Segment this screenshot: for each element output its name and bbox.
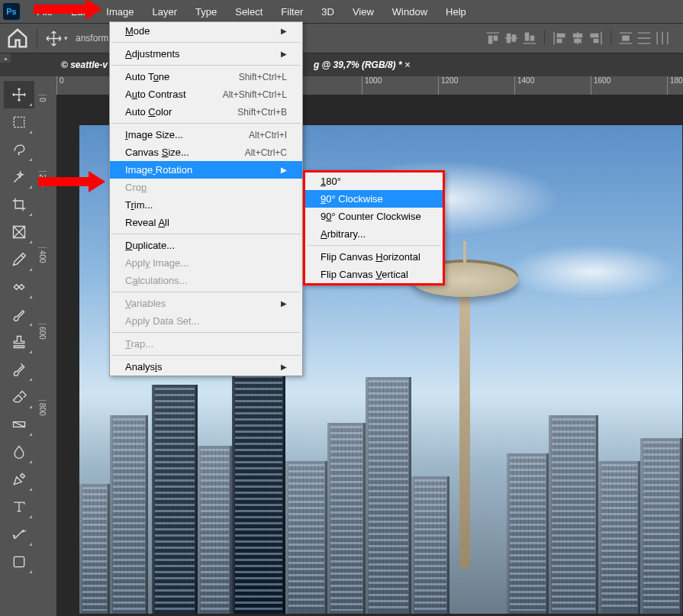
image-rotation-submenu: 180°90° Clockwise90° Counter ClockwiseAr… — [303, 170, 445, 285]
eraser-tool-icon[interactable] — [4, 383, 34, 411]
marquee-tool-icon[interactable] — [4, 108, 34, 136]
submenu-arrow-icon: ▶ — [281, 166, 287, 174]
menuitem-image-size[interactable]: Image Size...Alt+Ctrl+I — [110, 126, 302, 144]
submenuitem-90-counter-clockwise[interactable]: 90° Counter Clockwise — [305, 208, 443, 225]
align-vcenter-icon[interactable] — [503, 30, 520, 47]
align-top-icon[interactable] — [485, 30, 501, 47]
menu-type[interactable]: Type — [186, 2, 226, 22]
menu-select[interactable]: Select — [226, 2, 272, 22]
menu-image[interactable]: Image — [97, 2, 143, 22]
submenu-arrow-icon: ▶ — [281, 27, 287, 35]
menu-help[interactable]: Help — [437, 2, 475, 22]
menuitem-auto-tone[interactable]: Auto ToneShift+Ctrl+L — [110, 68, 302, 85]
stamp-tool-icon[interactable] — [4, 328, 34, 356]
menu-filter[interactable]: Filter — [272, 2, 312, 22]
menuitem-adjustments[interactable]: Adjustments▶ — [110, 45, 302, 63]
menuitem-auto-contrast[interactable]: Auto ContrastAlt+Shift+Ctrl+L — [110, 85, 302, 103]
menuitem-image-rotation[interactable]: Image Rotation▶ — [110, 161, 302, 179]
menuitem-variables: Variables▶ — [110, 295, 302, 312]
brush-tool-icon[interactable] — [4, 301, 34, 328]
frame-tool-icon[interactable] — [4, 218, 34, 246]
menuitem-apply-image: Apply Image... — [110, 254, 302, 272]
menu-view[interactable]: View — [343, 2, 383, 22]
document-tab-bar: © seattle-v g @ 39,7% (RGB/8) *× — [0, 53, 683, 76]
menu-bar: Ps FileEditImageLayerTypeSelectFilter3DV… — [0, 0, 683, 23]
move-tool-indicator-icon[interactable]: ▾ — [45, 27, 68, 49]
gradient-tool-icon[interactable] — [4, 411, 34, 438]
options-bar: ▾ ansform Controls — [0, 23, 683, 53]
submenuitem-arbitrary[interactable]: Arbitrary... — [305, 225, 443, 243]
menuitem-reveal-all[interactable]: Reveal All — [110, 214, 302, 231]
menuitem-trim[interactable]: Trim... — [110, 196, 302, 214]
menuitem-apply-data-set: Apply Data Set... — [110, 312, 302, 330]
align-bottom-icon[interactable] — [521, 30, 538, 47]
menuitem-canvas-size[interactable]: Canvas Size...Alt+Ctrl+C — [110, 144, 302, 161]
lasso-tool-icon[interactable] — [4, 136, 34, 163]
vertical-ruler[interactable]: 0200400600800 — [38, 95, 56, 616]
submenuitem-flip-canvas-horizontal[interactable]: Flip Canvas Horizontal — [305, 248, 443, 266]
align-left-icon[interactable] — [551, 30, 568, 47]
menuitem-auto-color[interactable]: Auto ColorShift+Ctrl+B — [110, 103, 302, 121]
panel-expand-icon[interactable] — [0, 53, 11, 63]
submenuitem-180[interactable]: 180° — [305, 173, 443, 190]
align-buttons-group — [485, 30, 671, 47]
document-tab[interactable]: © seattle-v — [53, 60, 115, 70]
heal-tool-icon[interactable] — [4, 273, 34, 301]
menuitem-duplicate[interactable]: Duplicate... — [110, 237, 302, 254]
path-tool-icon[interactable] — [4, 521, 34, 548]
distribute-v-icon[interactable] — [636, 30, 652, 47]
distribute-3-icon[interactable] — [654, 30, 671, 47]
menu-3d[interactable]: 3D — [312, 2, 343, 22]
menu-window[interactable]: Window — [383, 2, 437, 22]
document-tab-info: g @ 39,7% (RGB/8) *× — [314, 60, 411, 70]
type-tool-icon[interactable] — [4, 493, 34, 521]
menu-layer[interactable]: Layer — [143, 2, 187, 22]
eyedrop-tool-icon[interactable] — [4, 246, 34, 273]
home-icon[interactable] — [6, 27, 29, 49]
blur-tool-icon[interactable] — [4, 438, 34, 466]
wand-tool-icon[interactable] — [4, 163, 34, 191]
shape-tool-icon[interactable] — [4, 548, 34, 576]
menuitem-crop: Crop — [110, 179, 302, 196]
menuitem-mode[interactable]: Mode▶ — [110, 22, 302, 40]
crop-tool-icon[interactable] — [4, 191, 34, 218]
close-tab-icon[interactable]: × — [405, 60, 411, 70]
ruler-origin[interactable] — [38, 76, 56, 95]
menuitem-calculations: Calculations... — [110, 272, 302, 289]
distribute-h-icon[interactable] — [617, 30, 634, 47]
submenu-arrow-icon: ▶ — [281, 299, 287, 308]
image-menu-dropdown: Mode▶Adjustments▶Auto ToneShift+Ctrl+LAu… — [109, 21, 303, 376]
menuitem-analysis[interactable]: Analysis▶ — [110, 358, 302, 376]
app-logo: Ps — [3, 3, 20, 20]
submenuitem-flip-canvas-vertical[interactable]: Flip Canvas Vertical — [305, 266, 443, 283]
svg-rect-0 — [14, 117, 24, 127]
submenuitem-90-clockwise[interactable]: 90° Clockwise — [305, 190, 443, 208]
history-tool-icon[interactable] — [4, 356, 34, 383]
toolbox — [0, 76, 38, 576]
submenu-arrow-icon: ▶ — [281, 363, 287, 371]
menuitem-trap: Trap... — [110, 335, 302, 353]
submenu-arrow-icon: ▶ — [281, 50, 287, 58]
move-tool-icon[interactable] — [4, 81, 34, 108]
pen-tool-icon[interactable] — [4, 466, 34, 493]
svg-rect-2 — [14, 556, 24, 566]
align-hcenter-icon[interactable] — [569, 30, 586, 47]
align-right-icon[interactable] — [588, 30, 604, 47]
